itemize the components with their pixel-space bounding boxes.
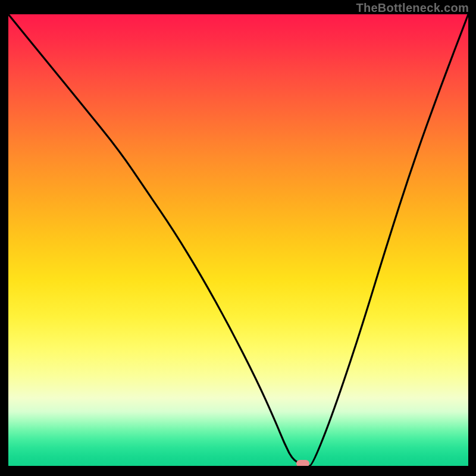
optimal-point-marker [296,460,309,466]
watermark-text: TheBottleneck.com [356,1,469,15]
chart-frame: TheBottleneck.com [0,0,476,476]
bottleneck-curve [8,14,468,466]
plot-area [8,14,468,466]
plot-inner [8,14,468,466]
